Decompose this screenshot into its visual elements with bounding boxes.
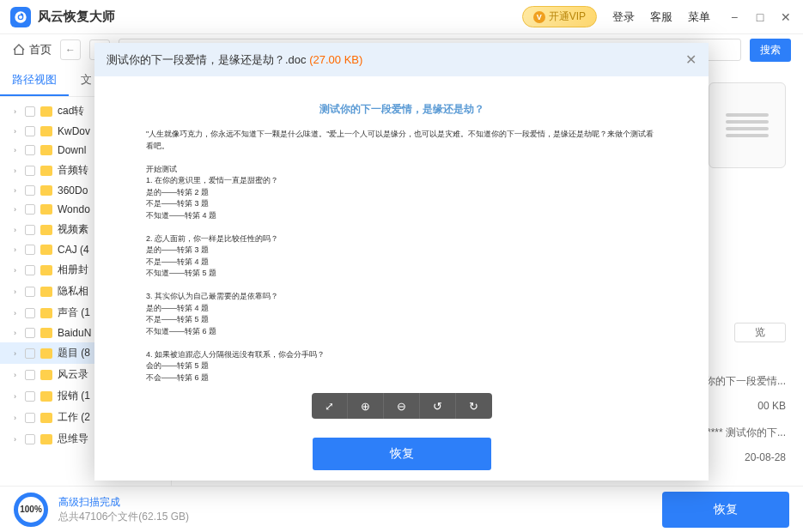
sidebar-item-label: 相册封 <box>58 263 88 277</box>
folder-icon <box>40 287 52 297</box>
home-label: 首页 <box>29 42 52 57</box>
folder-icon <box>40 225 52 235</box>
fullscreen-exit-icon[interactable]: ⤢ <box>312 393 348 419</box>
maximize-button[interactable]: □ <box>753 10 767 24</box>
search-button[interactable]: 搜索 <box>750 39 791 62</box>
vip-button[interactable]: V 开通VIP <box>522 6 597 27</box>
titlebar: 风云恢复大师 V 开通VIP 登录 客服 菜单 − □ ✕ <box>0 0 803 34</box>
folder-icon <box>40 308 52 318</box>
sidebar-item-label: 思维导 <box>58 432 88 446</box>
detail-path: ***** 测试你的下... <box>703 426 786 440</box>
scan-status-title: 高级扫描完成 <box>58 495 189 510</box>
home-button[interactable]: 首页 <box>12 42 52 57</box>
checkbox[interactable] <box>25 413 35 423</box>
folder-icon <box>40 413 52 423</box>
checkbox[interactable] <box>25 166 35 176</box>
vip-icon: V <box>533 11 545 23</box>
rotate-right-icon[interactable]: ↻ <box>456 393 492 419</box>
folder-icon <box>40 434 52 444</box>
tab-path-view[interactable]: 路径视图 <box>0 65 69 96</box>
app-logo-icon <box>10 7 31 27</box>
rotate-left-icon[interactable]: ↺ <box>420 393 456 419</box>
folder-icon <box>40 204 52 215</box>
zoom-out-icon[interactable]: ⊖ <box>384 393 420 419</box>
service-link[interactable]: 客服 <box>650 9 672 25</box>
checkbox[interactable] <box>25 185 35 196</box>
checkbox[interactable] <box>25 145 35 155</box>
modal-recover-button[interactable]: 恢复 <box>313 438 491 470</box>
chevron-right-icon: › <box>14 435 22 444</box>
sidebar-item-label: 报销 (1 <box>58 389 90 403</box>
sidebar-item-label: cad转 <box>58 104 84 118</box>
back-button[interactable]: ← <box>60 39 81 60</box>
file-thumbnail[interactable] <box>709 82 786 168</box>
checkbox[interactable] <box>25 204 35 215</box>
scan-status-sub: 总共47106个文件(62.15 GB) <box>58 510 189 524</box>
folder-icon <box>40 126 52 136</box>
close-button[interactable]: ✕ <box>779 10 793 24</box>
sidebar-item-label: 题目 (8 <box>58 346 90 360</box>
chevron-right-icon: › <box>14 166 22 175</box>
sidebar-item-label: CAJ (4 <box>58 244 89 256</box>
modal-body[interactable]: 测试你的下一段爱情，是缘还是劫？ "人生就像巧克力，你永远不知道下一颗是什么味道… <box>94 76 709 384</box>
menu-link[interactable]: 菜单 <box>688 9 710 25</box>
folder-icon <box>40 166 52 176</box>
modal-title: 测试你的下一段爱情，是缘还是劫？.doc (27.00 KB) <box>106 52 362 68</box>
login-link[interactable]: 登录 <box>612 9 635 25</box>
chevron-right-icon: › <box>14 266 22 275</box>
sidebar-item-label: Wondo <box>58 203 90 215</box>
footer: 100% 高级扫描完成 总共47106个文件(62.15 GB) 恢复 <box>0 486 803 532</box>
modal-close-button[interactable]: ✕ <box>685 51 697 68</box>
home-icon <box>12 43 26 57</box>
chevron-right-icon: › <box>14 287 22 296</box>
checkbox[interactable] <box>25 370 35 380</box>
chevron-right-icon: › <box>14 414 22 422</box>
sidebar-item-label: 视频素 <box>58 222 88 237</box>
checkbox[interactable] <box>25 287 35 297</box>
detail-date: 20-08-28 <box>745 451 786 463</box>
folder-icon <box>40 348 52 359</box>
file-card-icon <box>709 82 786 168</box>
chevron-right-icon: › <box>14 329 22 337</box>
checkbox[interactable] <box>25 328 35 338</box>
document-body: "人生就像巧克力，你永远不知道下一颗是什么味道。"爱上一个人可以是缘分，也可以是… <box>146 129 657 384</box>
sidebar-item-label: BaiduN <box>58 327 91 339</box>
sidebar-item-label: 隐私相 <box>58 284 88 299</box>
checkbox[interactable] <box>25 265 35 275</box>
chevron-right-icon: › <box>14 146 22 154</box>
folder-icon <box>40 106 52 117</box>
checkbox[interactable] <box>25 225 35 235</box>
checkbox[interactable] <box>25 434 35 444</box>
checkbox[interactable] <box>25 308 35 318</box>
folder-icon <box>40 185 52 196</box>
chevron-right-icon: › <box>14 127 22 136</box>
chevron-right-icon: › <box>14 205 22 214</box>
folder-icon <box>40 245 52 255</box>
checkbox[interactable] <box>25 126 35 136</box>
modal-toolbar: ⤢ ⊕ ⊖ ↺ ↻ <box>94 393 709 419</box>
sidebar-item-label: Downl <box>58 144 86 156</box>
folder-icon <box>40 265 52 275</box>
folder-icon <box>40 391 52 402</box>
vip-label: 开通VIP <box>549 9 586 24</box>
zoom-in-icon[interactable]: ⊕ <box>348 393 384 419</box>
sidebar-item-label: KwDov <box>58 125 90 137</box>
folder-icon <box>40 328 52 338</box>
app-name: 风云恢复大师 <box>38 9 115 25</box>
checkbox[interactable] <box>25 348 35 359</box>
chevron-right-icon: › <box>14 226 22 234</box>
preview-button[interactable]: 览 <box>734 323 786 342</box>
checkbox[interactable] <box>25 391 35 402</box>
modal-header: 测试你的下一段爱情，是缘还是劫？.doc (27.00 KB) ✕ <box>94 43 709 76</box>
chevron-right-icon: › <box>14 309 22 317</box>
minimize-button[interactable]: − <box>727 10 741 24</box>
sidebar-item-label: 声音 (1 <box>58 305 90 320</box>
preview-modal: 测试你的下一段爱情，是缘还是劫？.doc (27.00 KB) ✕ 测试你的下一… <box>94 43 709 481</box>
checkbox[interactable] <box>25 106 35 117</box>
recover-button-main[interactable]: 恢复 <box>662 492 789 528</box>
folder-icon <box>40 145 52 155</box>
chevron-right-icon: › <box>14 392 22 401</box>
checkbox[interactable] <box>25 245 35 255</box>
modal-title-text: 测试你的下一段爱情，是缘还是劫？.doc <box>106 53 309 66</box>
modal-title-size: (27.00 KB) <box>309 53 362 66</box>
